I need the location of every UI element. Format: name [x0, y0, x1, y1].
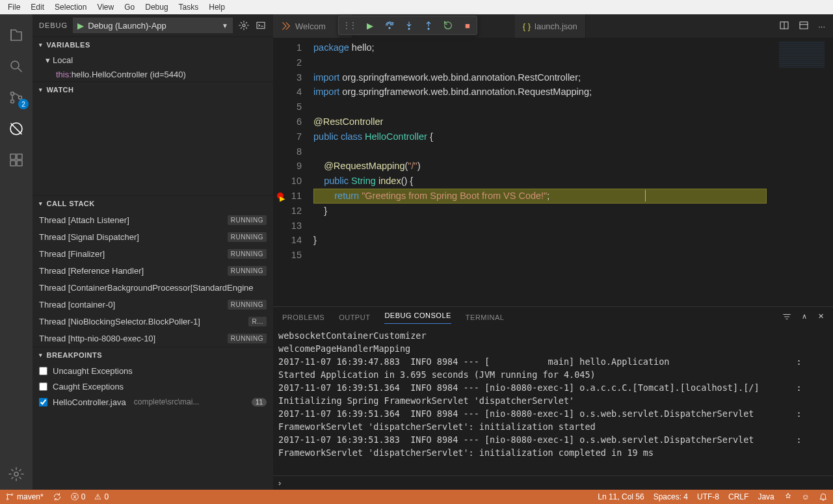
callstack-thread[interactable]: Thread [container-0]RUNNING: [33, 296, 273, 313]
debug-config-select[interactable]: ▶ Debug (Launch)-App ▼: [73, 18, 233, 33]
menubar: FileEditSelectionViewGoDebugTasksHelp: [0, 0, 833, 14]
menu-view[interactable]: View: [92, 3, 119, 12]
menu-file[interactable]: File: [3, 3, 25, 12]
svg-point-12: [389, 27, 390, 29]
continue-button[interactable]: ▶: [365, 20, 375, 31]
panel-tab-debug-console[interactable]: DEBUG CONSOLE: [384, 312, 451, 324]
search-icon[interactable]: [0, 51, 33, 82]
debug-icon[interactable]: [0, 113, 33, 144]
git-branch[interactable]: maven*: [5, 492, 44, 501]
svg-point-13: [408, 28, 410, 29]
cursor-position[interactable]: Ln 11, Col 56: [598, 492, 644, 501]
menu-tasks[interactable]: Tasks: [174, 3, 204, 12]
callstack-thread[interactable]: Thread [Signal Dispatcher]RUNNING: [33, 228, 273, 245]
menu-go[interactable]: Go: [119, 3, 140, 12]
callstack-thread[interactable]: Thread [Reference Handler]RUNNING: [33, 262, 273, 279]
svg-point-14: [428, 28, 429, 29]
scm-badge: 2: [18, 99, 29, 109]
debug-sidebar: DEBUG ▶ Debug (Launch)-App ▼ VARIABLES ▾…: [33, 14, 273, 490]
callstack-thread[interactable]: Thread [Finalizer]RUNNING: [33, 245, 273, 262]
variables-scope[interactable]: ▾ Local: [33, 53, 273, 67]
stop-button[interactable]: ■: [462, 20, 473, 31]
more-icon[interactable]: ···: [818, 21, 825, 31]
close-panel-icon[interactable]: ✕: [818, 312, 825, 323]
indentation[interactable]: Spaces: 4: [654, 492, 688, 501]
breakpoint-checkbox[interactable]: [39, 367, 47, 375]
breakpoint-item[interactable]: Caught Exceptions: [33, 378, 273, 394]
breakpoint-item[interactable]: HelloController.javacomplete\src\mai...1…: [33, 394, 273, 410]
feedback-icon[interactable]: [784, 492, 793, 501]
menu-debug[interactable]: Debug: [140, 3, 173, 12]
extensions-icon[interactable]: [0, 144, 33, 176]
callstack-section-header[interactable]: CALL STACK: [33, 196, 273, 211]
svg-rect-5: [10, 154, 16, 159]
svg-rect-6: [17, 154, 22, 159]
svg-rect-11: [257, 22, 265, 28]
gear-icon[interactable]: [238, 20, 250, 31]
callstack-thread[interactable]: Thread [ContainerBackgroundProcessor[Sta…: [33, 279, 273, 296]
settings-gear-icon[interactable]: [0, 458, 33, 490]
panel-tab-output[interactable]: OUTPUT: [339, 313, 370, 321]
svg-rect-7: [10, 161, 16, 166]
svg-point-10: [243, 24, 245, 27]
filter-icon[interactable]: [782, 312, 791, 323]
scm-icon[interactable]: 2: [0, 82, 33, 113]
minimap[interactable]: [774, 38, 833, 306]
statusbar: maven* ⓧ 0 ⚠ 0 Ln 11, Col 56 Spaces: 4 U…: [0, 490, 833, 504]
callstack-thread[interactable]: Thread [Attach Listener]RUNNING: [33, 211, 273, 228]
language-mode[interactable]: Java: [758, 492, 774, 501]
debug-title: DEBUG: [39, 21, 68, 29]
breakpoints-section-header[interactable]: BREAKPOINTS: [33, 347, 273, 363]
breakpoint-checkbox[interactable]: [39, 398, 47, 406]
code-editor[interactable]: 1234567891011▶12131415 package hello; im…: [273, 38, 833, 306]
errors-count[interactable]: ⓧ 0: [71, 492, 86, 503]
breadcrumb[interactable]: ›: [273, 475, 833, 490]
collapse-icon[interactable]: ∧: [802, 312, 808, 323]
explorer-icon[interactable]: [0, 20, 33, 51]
menu-help[interactable]: Help: [204, 3, 230, 12]
panel-tab-terminal[interactable]: TERMINAL: [466, 313, 505, 321]
eol[interactable]: CRLF: [728, 492, 748, 501]
svg-rect-16: [800, 21, 808, 29]
smiley-icon[interactable]: ☺: [802, 492, 810, 501]
panel-tab-problems[interactable]: PROBLEMS: [282, 313, 324, 321]
svg-rect-8: [17, 161, 22, 166]
callstack-thread[interactable]: Thread [NioBlockingSelector.BlockPoller-…: [33, 313, 273, 330]
warnings-count[interactable]: ⚠ 0: [94, 492, 109, 501]
editor-tabs: ⋮⋮ ▶ ■ Welcom { } launch.json ···: [273, 14, 833, 38]
menu-edit[interactable]: Edit: [25, 3, 49, 12]
watch-section-header[interactable]: WATCH: [33, 82, 273, 98]
variable-entry[interactable]: this: hello.HelloController (id=5440): [33, 67, 273, 81]
layout-icon[interactable]: [799, 20, 809, 33]
svg-point-0: [11, 61, 19, 69]
play-icon: ▶: [77, 21, 84, 31]
chevron-down-icon: ▼: [222, 22, 228, 29]
activity-bar: 2: [0, 14, 33, 490]
editor-area: ⋮⋮ ▶ ■ Welcom { } launch.json ···: [273, 14, 833, 490]
bottom-panel: PROBLEMSOUTPUTDEBUG CONSOLETERMINAL ∧ ✕ …: [273, 306, 833, 475]
step-over-button[interactable]: [384, 20, 395, 31]
debug-toolbar[interactable]: ⋮⋮ ▶ ■: [338, 16, 477, 35]
chevron-right-icon: ›: [278, 478, 281, 488]
debug-console-output[interactable]: websocketContainerCustomizer welcomePage…: [273, 328, 833, 475]
encoding[interactable]: UTF-8: [697, 492, 719, 501]
split-editor-icon[interactable]: [779, 20, 789, 33]
grip-icon[interactable]: ⋮⋮: [343, 21, 356, 30]
callstack-thread[interactable]: Thread [http-nio-8080-exec-10]RUNNING: [33, 330, 273, 347]
breakpoint-checkbox[interactable]: [39, 382, 47, 391]
tab-launch-json[interactable]: { } launch.json: [515, 14, 586, 38]
variables-section-header[interactable]: VARIABLES: [33, 37, 273, 53]
step-out-button[interactable]: [423, 20, 434, 31]
sync-icon[interactable]: [53, 492, 62, 501]
menu-selection[interactable]: Selection: [49, 3, 92, 12]
breakpoint-item[interactable]: Uncaught Exceptions: [33, 363, 273, 378]
console-icon[interactable]: [255, 20, 267, 31]
svg-point-9: [14, 472, 18, 476]
step-into-button[interactable]: [404, 20, 414, 31]
restart-button[interactable]: [443, 20, 453, 31]
bell-icon[interactable]: [819, 492, 828, 501]
